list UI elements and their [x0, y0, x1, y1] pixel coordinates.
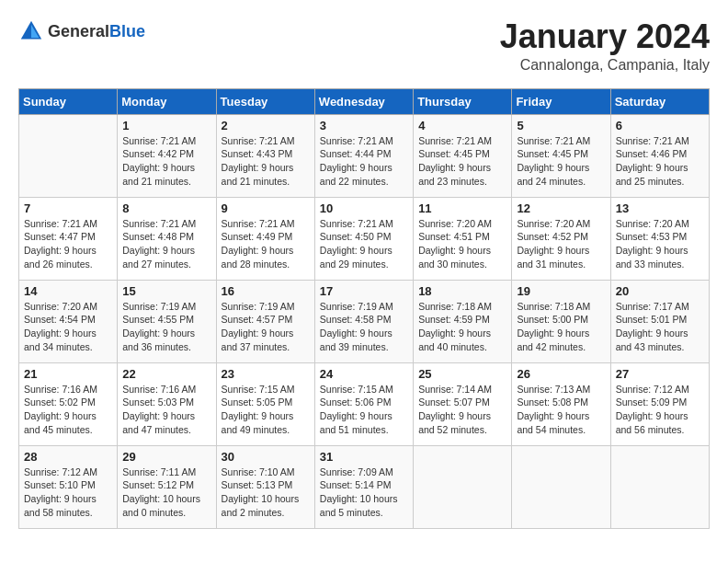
day-info: Sunrise: 7:19 AMSunset: 4:58 PMDaylight:… — [320, 300, 408, 354]
logo-text-blue: Blue — [109, 22, 145, 40]
weekday-header-tuesday: Tuesday — [216, 88, 314, 114]
calendar-body: 1Sunrise: 7:21 AMSunset: 4:42 PMDaylight… — [19, 114, 710, 528]
day-number: 29 — [122, 450, 210, 464]
calendar-cell: 30Sunrise: 7:10 AMSunset: 5:13 PMDayligh… — [216, 445, 314, 528]
calendar-week-4: 21Sunrise: 7:16 AMSunset: 5:02 PMDayligh… — [19, 362, 710, 445]
day-info: Sunrise: 7:11 AMSunset: 5:12 PMDaylight:… — [122, 465, 210, 520]
day-info: Sunrise: 7:15 AMSunset: 5:06 PMDaylight:… — [320, 383, 408, 437]
calendar-cell: 18Sunrise: 7:18 AMSunset: 4:59 PMDayligh… — [414, 280, 512, 362]
page-header: GeneralBlue January 2024 Cannalonga, Cam… — [18, 18, 710, 74]
day-info: Sunrise: 7:21 AMSunset: 4:49 PMDaylight:… — [222, 217, 310, 271]
calendar-cell: 29Sunrise: 7:11 AMSunset: 5:12 PMDayligh… — [118, 445, 216, 528]
day-number: 19 — [517, 284, 605, 298]
calendar-cell: 22Sunrise: 7:16 AMSunset: 5:03 PMDayligh… — [118, 362, 216, 445]
day-info: Sunrise: 7:21 AMSunset: 4:46 PMDaylight:… — [616, 134, 704, 189]
calendar-cell: 21Sunrise: 7:16 AMSunset: 5:02 PMDayligh… — [19, 362, 118, 445]
calendar-cell: 10Sunrise: 7:21 AMSunset: 4:50 PMDayligh… — [314, 197, 413, 280]
calendar-cell: 20Sunrise: 7:17 AMSunset: 5:01 PMDayligh… — [610, 280, 709, 362]
day-info: Sunrise: 7:13 AMSunset: 5:08 PMDaylight:… — [517, 383, 605, 437]
calendar-cell: 26Sunrise: 7:13 AMSunset: 5:08 PMDayligh… — [512, 362, 610, 445]
weekday-header-friday: Friday — [512, 88, 610, 114]
day-info: Sunrise: 7:21 AMSunset: 4:50 PMDaylight:… — [320, 217, 408, 271]
calendar-cell: 16Sunrise: 7:19 AMSunset: 4:57 PMDayligh… — [216, 280, 314, 362]
day-number: 11 — [418, 201, 506, 215]
day-number: 27 — [616, 367, 704, 381]
day-number: 2 — [222, 119, 310, 132]
day-info: Sunrise: 7:16 AMSunset: 5:03 PMDaylight:… — [122, 383, 210, 437]
day-info: Sunrise: 7:14 AMSunset: 5:07 PMDaylight:… — [418, 383, 506, 437]
day-number: 30 — [222, 450, 310, 464]
calendar-cell: 13Sunrise: 7:20 AMSunset: 4:53 PMDayligh… — [610, 197, 709, 280]
day-info: Sunrise: 7:20 AMSunset: 4:53 PMDaylight:… — [616, 217, 704, 271]
calendar-cell: 5Sunrise: 7:21 AMSunset: 4:45 PMDaylight… — [512, 114, 610, 197]
calendar-cell: 24Sunrise: 7:15 AMSunset: 5:06 PMDayligh… — [314, 362, 413, 445]
calendar-cell: 31Sunrise: 7:09 AMSunset: 5:14 PMDayligh… — [314, 445, 413, 528]
day-info: Sunrise: 7:21 AMSunset: 4:45 PMDaylight:… — [517, 134, 605, 189]
weekday-header-row: SundayMondayTuesdayWednesdayThursdayFrid… — [19, 88, 710, 114]
calendar-cell — [610, 445, 709, 528]
day-number: 1 — [122, 119, 210, 132]
calendar-cell: 25Sunrise: 7:14 AMSunset: 5:07 PMDayligh… — [414, 362, 512, 445]
calendar-cell: 1Sunrise: 7:21 AMSunset: 4:42 PMDaylight… — [118, 114, 216, 197]
day-info: Sunrise: 7:20 AMSunset: 4:51 PMDaylight:… — [418, 217, 506, 271]
weekday-header-thursday: Thursday — [414, 88, 512, 114]
day-number: 20 — [616, 284, 704, 298]
calendar-cell: 2Sunrise: 7:21 AMSunset: 4:43 PMDaylight… — [216, 114, 314, 197]
calendar-cell: 7Sunrise: 7:21 AMSunset: 4:47 PMDaylight… — [19, 197, 118, 280]
location-title: Cannalonga, Campania, Italy — [500, 57, 710, 74]
logo-text-general: General — [48, 22, 109, 40]
day-number: 5 — [517, 119, 605, 132]
day-info: Sunrise: 7:19 AMSunset: 4:55 PMDaylight:… — [122, 300, 210, 354]
day-number: 6 — [616, 119, 704, 132]
day-info: Sunrise: 7:12 AMSunset: 5:09 PMDaylight:… — [616, 383, 704, 437]
day-info: Sunrise: 7:18 AMSunset: 4:59 PMDaylight:… — [418, 300, 506, 354]
calendar-cell — [414, 445, 512, 528]
day-number: 24 — [320, 367, 408, 381]
calendar-cell: 11Sunrise: 7:20 AMSunset: 4:51 PMDayligh… — [414, 197, 512, 280]
day-number: 25 — [418, 367, 506, 381]
day-number: 4 — [418, 119, 506, 132]
day-number: 12 — [517, 201, 605, 215]
calendar-week-1: 1Sunrise: 7:21 AMSunset: 4:42 PMDaylight… — [19, 114, 710, 197]
calendar-cell: 17Sunrise: 7:19 AMSunset: 4:58 PMDayligh… — [314, 280, 413, 362]
calendar-cell: 28Sunrise: 7:12 AMSunset: 5:10 PMDayligh… — [19, 445, 118, 528]
day-info: Sunrise: 7:20 AMSunset: 4:54 PMDaylight:… — [24, 300, 112, 354]
calendar-cell: 15Sunrise: 7:19 AMSunset: 4:55 PMDayligh… — [118, 280, 216, 362]
calendar-cell: 6Sunrise: 7:21 AMSunset: 4:46 PMDaylight… — [610, 114, 709, 197]
day-info: Sunrise: 7:21 AMSunset: 4:47 PMDaylight:… — [24, 217, 112, 271]
day-info: Sunrise: 7:15 AMSunset: 5:05 PMDaylight:… — [222, 383, 310, 437]
calendar-cell — [512, 445, 610, 528]
month-title: January 2024 — [500, 18, 710, 55]
day-number: 21 — [24, 367, 112, 381]
calendar-week-2: 7Sunrise: 7:21 AMSunset: 4:47 PMDaylight… — [19, 197, 710, 280]
logo: GeneralBlue — [18, 18, 145, 44]
weekday-header-monday: Monday — [118, 88, 216, 114]
day-info: Sunrise: 7:21 AMSunset: 4:45 PMDaylight:… — [418, 134, 506, 189]
day-number: 8 — [122, 201, 210, 215]
day-info: Sunrise: 7:21 AMSunset: 4:43 PMDaylight:… — [222, 134, 310, 189]
day-number: 18 — [418, 284, 506, 298]
calendar-cell: 3Sunrise: 7:21 AMSunset: 4:44 PMDaylight… — [314, 114, 413, 197]
day-info: Sunrise: 7:16 AMSunset: 5:02 PMDaylight:… — [24, 383, 112, 437]
calendar-cell — [19, 114, 118, 197]
day-number: 23 — [222, 367, 310, 381]
weekday-header-sunday: Sunday — [19, 88, 118, 114]
day-number: 16 — [222, 284, 310, 298]
weekday-header-saturday: Saturday — [610, 88, 709, 114]
title-block: January 2024 Cannalonga, Campania, Italy — [500, 18, 710, 74]
day-info: Sunrise: 7:09 AMSunset: 5:14 PMDaylight:… — [320, 465, 408, 520]
day-number: 15 — [122, 284, 210, 298]
day-info: Sunrise: 7:21 AMSunset: 4:48 PMDaylight:… — [122, 217, 210, 271]
calendar-cell: 27Sunrise: 7:12 AMSunset: 5:09 PMDayligh… — [610, 362, 709, 445]
calendar-week-3: 14Sunrise: 7:20 AMSunset: 4:54 PMDayligh… — [19, 280, 710, 362]
calendar-cell: 12Sunrise: 7:20 AMSunset: 4:52 PMDayligh… — [512, 197, 610, 280]
weekday-header-wednesday: Wednesday — [314, 88, 413, 114]
day-number: 26 — [517, 367, 605, 381]
day-number: 17 — [320, 284, 408, 298]
logo-icon — [18, 18, 44, 44]
day-number: 28 — [24, 450, 112, 464]
day-info: Sunrise: 7:20 AMSunset: 4:52 PMDaylight:… — [517, 217, 605, 271]
calendar-week-5: 28Sunrise: 7:12 AMSunset: 5:10 PMDayligh… — [19, 445, 710, 528]
day-number: 31 — [320, 450, 408, 464]
day-info: Sunrise: 7:18 AMSunset: 5:00 PMDaylight:… — [517, 300, 605, 354]
